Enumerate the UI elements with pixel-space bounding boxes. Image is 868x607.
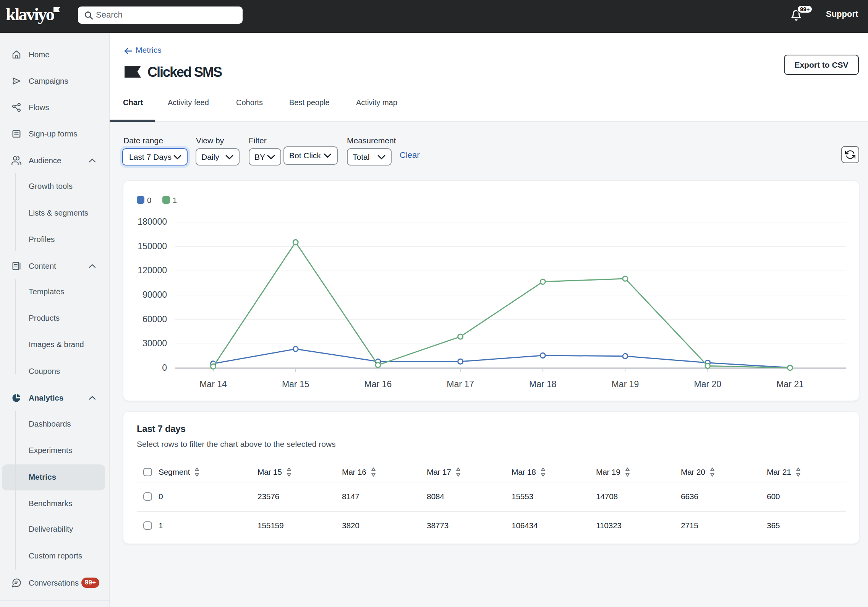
svg-text:60000: 60000 (143, 314, 167, 324)
svg-text:Mar 18: Mar 18 (529, 379, 557, 389)
svg-text:90000: 90000 (143, 290, 167, 300)
svg-text:Mar 14: Mar 14 (199, 379, 227, 389)
svg-text:150000: 150000 (138, 241, 167, 251)
svg-text:0: 0 (162, 363, 167, 373)
svg-text:Mar 21: Mar 21 (776, 379, 804, 389)
svg-text:120000: 120000 (138, 265, 167, 275)
svg-text:Mar 20: Mar 20 (694, 379, 722, 389)
svg-text:180000: 180000 (138, 217, 167, 227)
svg-text:Mar 19: Mar 19 (612, 379, 639, 389)
svg-text:Mar 16: Mar 16 (364, 379, 392, 389)
svg-text:30000: 30000 (143, 338, 167, 348)
svg-text:Mar 17: Mar 17 (447, 379, 474, 389)
svg-text:Mar 15: Mar 15 (282, 379, 309, 389)
